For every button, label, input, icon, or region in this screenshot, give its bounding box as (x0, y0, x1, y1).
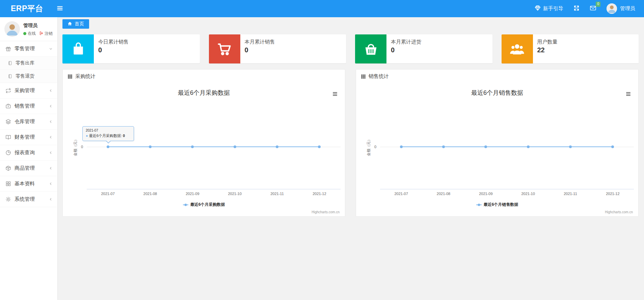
stat-value: 22 (537, 46, 558, 54)
th-grid-icon (68, 74, 73, 79)
hamburger-icon (56, 5, 63, 13)
data-point[interactable] (107, 145, 109, 148)
guide-label: 新手引导 (543, 5, 563, 12)
sales-chart: 最近6个月销售数据金额（元）02021-072021-082021-092021… (356, 83, 638, 216)
user-avatar (607, 3, 617, 14)
sidebar-item-goods[interactable]: 商品管理 (0, 161, 57, 176)
panel-title: 销售统计 (369, 73, 389, 80)
fullscreen-button[interactable] (573, 5, 580, 12)
data-point[interactable] (400, 145, 403, 148)
chart-legend: 最近6个月采购数据 (63, 202, 345, 208)
sidebar-item-purchase[interactable]: 采购管理 (0, 83, 57, 99)
chevron-left-icon (49, 151, 53, 155)
layers-icon (5, 119, 11, 125)
tooltip-body: ● 最近6个月采购数据: 0 (86, 133, 131, 138)
logout-link[interactable]: 注销 (39, 31, 53, 36)
x-axis-tick-label: 2021-12 (298, 192, 340, 196)
sidebar-avatar (4, 21, 20, 37)
sidebar-item-label: 商品管理 (15, 165, 35, 171)
x-axis-tick-label: 2021-10 (214, 192, 256, 196)
user-menu[interactable]: 管理员 (607, 3, 635, 14)
data-point[interactable] (569, 145, 572, 148)
stat-card-month-purchase[interactable]: 本月累计进货 0 (355, 34, 492, 63)
legend-item[interactable]: 最近6个月采购数据 (183, 202, 225, 208)
chart-credits-link[interactable]: Highcharts.com.cn (312, 210, 340, 214)
gear-icon (5, 196, 11, 202)
x-axis-tick-label: 2021-10 (507, 192, 549, 196)
chart-title: 最近6个月销售数据 (356, 89, 638, 97)
legend-label: 最近6个月销售数据 (484, 202, 518, 208)
sidebar-item-retail-return[interactable]: 零售退货 (0, 70, 57, 83)
legend-marker-icon (183, 202, 188, 207)
sidebar-item-basic-data[interactable]: 基本资料 (0, 176, 57, 192)
chevron-left-icon (49, 88, 53, 93)
sidebar-item-label: 零售出库 (16, 60, 34, 66)
stat-value: 0 (245, 46, 275, 54)
sidebar-item-finance[interactable]: 财务管理 (0, 130, 57, 145)
x-axis-tick-label: 2021-07 (87, 192, 129, 196)
notebook-icon (8, 74, 12, 79)
sidebar-user-name: 管理员 (23, 23, 53, 29)
series-line (108, 146, 320, 147)
sidebar-menu: 零售管理 零售出库 零售退货 采购管理 (0, 41, 57, 207)
panel-header: 销售统计 (356, 70, 638, 83)
sidebar-item-warehouse[interactable]: 仓库管理 (0, 114, 57, 130)
chart-credits-link[interactable]: Highcharts.com.cn (605, 210, 633, 214)
tab-bar: 首页 (57, 17, 644, 31)
tab-home[interactable]: 首页 (62, 19, 89, 29)
chevron-left-icon (49, 119, 53, 124)
chart-export-menu-button[interactable] (625, 91, 632, 97)
x-axis-tick-label: 2021-08 (129, 192, 171, 196)
chart-legend: 最近6个月销售数据 (356, 202, 638, 208)
messages-button[interactable]: 0 (590, 5, 596, 12)
legend-item[interactable]: 最近6个月销售数据 (476, 202, 518, 208)
sidebar-item-system[interactable]: 系统管理 (0, 192, 57, 207)
data-point[interactable] (191, 145, 194, 148)
sidebar-item-retail-outbound[interactable]: 零售出库 (0, 57, 57, 70)
x-axis-tick-label: 2021-11 (256, 192, 298, 196)
open-book-icon (5, 134, 11, 140)
online-status-label: 在线 (28, 31, 36, 36)
notebook-icon (8, 61, 12, 65)
data-point[interactable] (611, 145, 614, 148)
data-point[interactable] (318, 145, 321, 148)
data-point[interactable] (234, 145, 236, 148)
guide-link[interactable]: 新手引导 (535, 5, 563, 12)
pie-chart-icon (5, 150, 11, 156)
sidebar-item-label: 零售退货 (16, 73, 34, 79)
chevron-left-icon (49, 166, 53, 170)
data-point[interactable] (484, 145, 487, 148)
x-axis-tick-label: 2021-08 (423, 192, 464, 196)
chevron-left-icon (49, 197, 53, 201)
retail-submenu: 零售出库 零售退货 (0, 57, 57, 83)
stat-card-month-sales[interactable]: 本月累计销售 0 (209, 34, 346, 63)
chevron-left-icon (49, 104, 53, 108)
stat-label: 今日累计销售 (98, 39, 129, 45)
data-point[interactable] (276, 145, 278, 148)
brand-logo[interactable]: ERP平台 (0, 3, 55, 14)
top-navbar: ERP平台 新手引导 0 管理员 (0, 0, 644, 17)
user-name: 管理员 (620, 5, 635, 12)
sidebar-user-card: 管理员 在线 注销 (0, 17, 57, 41)
sidebar-item-retail[interactable]: 零售管理 (0, 41, 57, 57)
stat-label: 用户数量 (537, 39, 558, 45)
stat-card-today-sales[interactable]: 今日累计销售 0 (62, 34, 200, 63)
data-point[interactable] (527, 145, 530, 148)
sidebar-item-reports[interactable]: 报表查询 (0, 145, 57, 161)
sidebar-item-sales[interactable]: 销售管理 (0, 99, 57, 114)
stat-card-user-count[interactable]: 用户数量 22 (502, 34, 639, 63)
panel-title: 采购统计 (75, 73, 96, 80)
chart-title: 最近6个月采购数据 (63, 89, 345, 97)
panel-header: 采购统计 (63, 70, 345, 83)
x-axis-tick-label: 2021-12 (592, 192, 634, 196)
data-point[interactable] (149, 145, 152, 148)
charts-row: 采购统计 最近6个月采购数据金额（元）02021-072021-082021-0… (62, 69, 639, 217)
tooltip-arrow-inner (106, 140, 111, 143)
sidebar-toggle-button[interactable] (55, 3, 65, 14)
x-axis-line (380, 189, 634, 189)
y-axis-tick: 0 (63, 145, 83, 149)
data-point[interactable] (442, 145, 445, 148)
chart-export-menu-button[interactable] (332, 91, 338, 97)
grid-icon (5, 181, 11, 187)
online-status-icon (23, 32, 26, 35)
